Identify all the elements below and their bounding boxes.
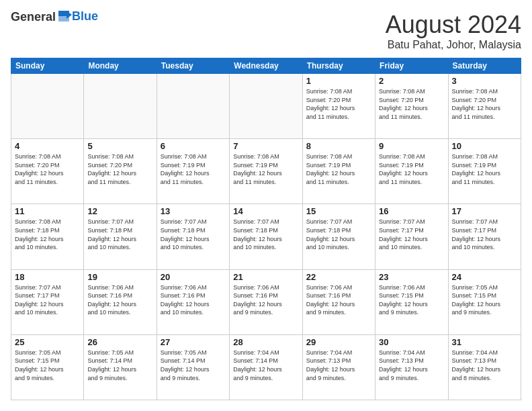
day-number: 29	[306, 337, 371, 347]
table-row: 26Sunrise: 7:05 AMSunset: 7:14 PMDayligh…	[84, 334, 157, 400]
table-row: 23Sunrise: 7:06 AMSunset: 7:15 PMDayligh…	[375, 269, 448, 334]
day-info: Sunrise: 7:04 AMSunset: 7:14 PMDaylight:…	[233, 349, 298, 382]
day-info: Sunrise: 7:05 AMSunset: 7:14 PMDaylight:…	[161, 349, 226, 382]
day-number: 6	[161, 141, 226, 151]
day-info: Sunrise: 7:06 AMSunset: 7:15 PMDaylight:…	[379, 283, 444, 317]
day-number: 4	[15, 141, 80, 151]
col-monday: Monday	[84, 58, 157, 74]
col-wednesday: Wednesday	[230, 58, 302, 74]
title-section: August 2024 Batu Pahat, Johor, Malaysia	[386, 11, 521, 51]
day-info: Sunrise: 7:06 AMSunset: 7:16 PMDaylight:…	[306, 283, 371, 317]
col-tuesday: Tuesday	[157, 58, 229, 74]
logo-wordmark: General Blue	[11, 11, 98, 24]
month-title: August 2024	[386, 11, 521, 39]
day-number: 1	[306, 76, 371, 86]
calendar-table: Sunday Monday Tuesday Wednesday Thursday…	[11, 58, 521, 400]
table-row: 3Sunrise: 7:08 AMSunset: 7:20 PMDaylight…	[448, 74, 521, 139]
table-row: 31Sunrise: 7:04 AMSunset: 7:13 PMDayligh…	[448, 334, 521, 400]
day-info: Sunrise: 7:05 AMSunset: 7:14 PMDaylight:…	[87, 349, 152, 382]
table-row: 17Sunrise: 7:07 AMSunset: 7:17 PMDayligh…	[448, 204, 521, 269]
table-row: 14Sunrise: 7:07 AMSunset: 7:18 PMDayligh…	[230, 204, 302, 269]
day-number: 26	[87, 337, 152, 347]
day-number: 25	[15, 337, 80, 347]
table-row: 6Sunrise: 7:08 AMSunset: 7:19 PMDaylight…	[157, 139, 229, 204]
table-row: 30Sunrise: 7:04 AMSunset: 7:13 PMDayligh…	[375, 334, 448, 400]
day-info: Sunrise: 7:08 AMSunset: 7:20 PMDaylight:…	[379, 87, 444, 121]
day-info: Sunrise: 7:07 AMSunset: 7:17 PMDaylight:…	[452, 218, 517, 251]
logo: General Blue	[11, 11, 98, 24]
day-info: Sunrise: 7:04 AMSunset: 7:13 PMDaylight:…	[452, 349, 517, 382]
col-sunday: Sunday	[11, 58, 84, 74]
table-row: 20Sunrise: 7:06 AMSunset: 7:16 PMDayligh…	[157, 269, 229, 334]
table-row: 29Sunrise: 7:04 AMSunset: 7:13 PMDayligh…	[302, 334, 375, 400]
table-row: 27Sunrise: 7:05 AMSunset: 7:14 PMDayligh…	[157, 334, 229, 400]
calendar-body: 1Sunrise: 7:08 AMSunset: 7:20 PMDaylight…	[11, 74, 521, 400]
day-number: 17	[452, 206, 517, 216]
day-number: 10	[452, 141, 517, 151]
table-row: 16Sunrise: 7:07 AMSunset: 7:17 PMDayligh…	[375, 204, 448, 269]
table-row: 7Sunrise: 7:08 AMSunset: 7:19 PMDaylight…	[230, 139, 302, 204]
logo-text: General	[11, 11, 72, 24]
day-info: Sunrise: 7:06 AMSunset: 7:16 PMDaylight:…	[161, 283, 226, 317]
col-friday: Friday	[375, 58, 448, 74]
day-number: 12	[87, 206, 152, 216]
table-row: 19Sunrise: 7:06 AMSunset: 7:16 PMDayligh…	[84, 269, 157, 334]
table-row: 22Sunrise: 7:06 AMSunset: 7:16 PMDayligh…	[302, 269, 375, 334]
day-number: 28	[233, 337, 298, 347]
table-row: 15Sunrise: 7:07 AMSunset: 7:18 PMDayligh…	[302, 204, 375, 269]
day-number: 5	[87, 141, 152, 151]
day-info: Sunrise: 7:07 AMSunset: 7:18 PMDaylight:…	[161, 218, 226, 251]
day-number: 11	[15, 206, 80, 216]
table-row: 5Sunrise: 7:08 AMSunset: 7:20 PMDaylight…	[84, 139, 157, 204]
page: General Blue August 2024 Batu Pahat, Joh…	[0, 0, 532, 411]
day-number: 21	[233, 272, 298, 282]
day-number: 15	[306, 206, 371, 216]
table-row	[84, 74, 157, 139]
day-info: Sunrise: 7:06 AMSunset: 7:16 PMDaylight:…	[87, 283, 152, 317]
day-info: Sunrise: 7:08 AMSunset: 7:19 PMDaylight:…	[233, 152, 298, 186]
day-number: 8	[306, 141, 371, 151]
day-info: Sunrise: 7:08 AMSunset: 7:20 PMDaylight:…	[452, 87, 517, 121]
table-row: 10Sunrise: 7:08 AMSunset: 7:19 PMDayligh…	[448, 139, 521, 204]
calendar-week-2: 11Sunrise: 7:08 AMSunset: 7:18 PMDayligh…	[11, 204, 521, 269]
table-row: 18Sunrise: 7:07 AMSunset: 7:17 PMDayligh…	[11, 269, 84, 334]
col-saturday: Saturday	[448, 58, 521, 74]
day-number: 16	[379, 206, 444, 216]
day-number: 23	[379, 272, 444, 282]
table-row: 25Sunrise: 7:05 AMSunset: 7:15 PMDayligh…	[11, 334, 84, 400]
day-number: 19	[87, 272, 152, 282]
day-number: 13	[161, 206, 226, 216]
day-number: 18	[15, 272, 80, 282]
table-row: 28Sunrise: 7:04 AMSunset: 7:14 PMDayligh…	[230, 334, 302, 400]
day-number: 24	[452, 272, 517, 282]
day-info: Sunrise: 7:08 AMSunset: 7:18 PMDaylight:…	[15, 218, 80, 251]
day-info: Sunrise: 7:06 AMSunset: 7:16 PMDaylight:…	[233, 283, 298, 317]
table-row	[157, 74, 229, 139]
day-number: 3	[452, 76, 517, 86]
table-row: 9Sunrise: 7:08 AMSunset: 7:19 PMDaylight…	[375, 139, 448, 204]
day-number: 7	[233, 141, 298, 151]
table-row	[230, 74, 302, 139]
table-row: 2Sunrise: 7:08 AMSunset: 7:20 PMDaylight…	[375, 74, 448, 139]
day-info: Sunrise: 7:08 AMSunset: 7:19 PMDaylight:…	[452, 152, 517, 186]
day-number: 9	[379, 141, 444, 151]
logo-blue: Blue	[72, 10, 98, 24]
table-row: 21Sunrise: 7:06 AMSunset: 7:16 PMDayligh…	[230, 269, 302, 334]
day-number: 2	[379, 76, 444, 86]
table-row: 11Sunrise: 7:08 AMSunset: 7:18 PMDayligh…	[11, 204, 84, 269]
table-row: 4Sunrise: 7:08 AMSunset: 7:20 PMDaylight…	[11, 139, 84, 204]
day-number: 27	[161, 337, 226, 347]
day-info: Sunrise: 7:08 AMSunset: 7:19 PMDaylight:…	[379, 152, 444, 186]
day-info: Sunrise: 7:08 AMSunset: 7:19 PMDaylight:…	[161, 152, 226, 186]
day-number: 20	[161, 272, 226, 282]
table-row: 13Sunrise: 7:07 AMSunset: 7:18 PMDayligh…	[157, 204, 229, 269]
table-row: 12Sunrise: 7:07 AMSunset: 7:18 PMDayligh…	[84, 204, 157, 269]
day-info: Sunrise: 7:05 AMSunset: 7:15 PMDaylight:…	[452, 283, 517, 317]
calendar-week-0: 1Sunrise: 7:08 AMSunset: 7:20 PMDaylight…	[11, 74, 521, 139]
logo-flag-icon	[57, 9, 72, 23]
day-number: 31	[452, 337, 517, 347]
calendar-header-row: Sunday Monday Tuesday Wednesday Thursday…	[11, 58, 521, 74]
location-title: Batu Pahat, Johor, Malaysia	[386, 39, 521, 51]
col-thursday: Thursday	[302, 58, 375, 74]
calendar-week-3: 18Sunrise: 7:07 AMSunset: 7:17 PMDayligh…	[11, 269, 521, 334]
